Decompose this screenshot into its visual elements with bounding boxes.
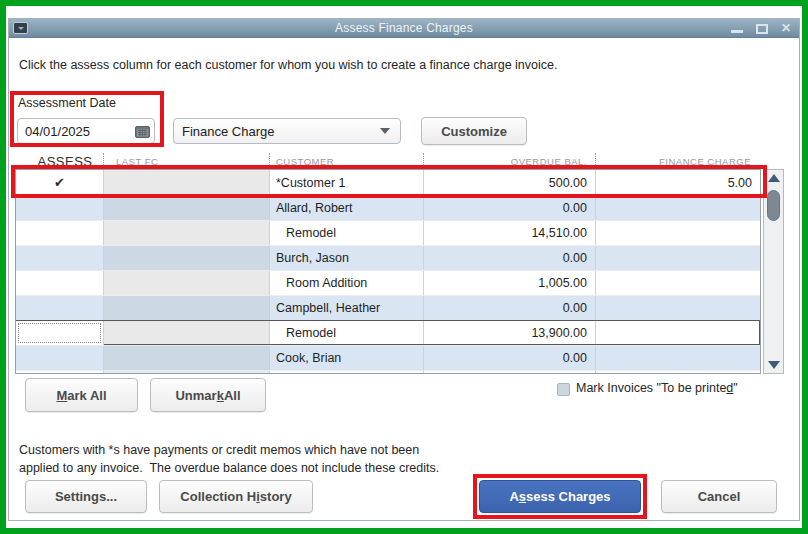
last-fc-cell (104, 346, 270, 370)
assess-cell[interactable] (16, 196, 104, 220)
instruction-text: Click the assess column for each custome… (19, 58, 557, 72)
customer-cell: Cook, Brian (270, 346, 424, 370)
mark-invoices-checkbox[interactable] (557, 383, 570, 396)
customer-cell: Room Addition (270, 271, 424, 295)
table-row[interactable]: Allard, Robert0.00 (16, 195, 760, 220)
customer-cell: *Customer 1 (270, 170, 424, 195)
customer-cell: Remodel (270, 321, 424, 345)
column-header-assess: ASSESS (15, 153, 103, 169)
overdue-balance-cell: 0.00 (424, 246, 596, 270)
unmark-all-button[interactable]: Unmark All (150, 378, 266, 412)
scroll-up-icon[interactable] (768, 174, 780, 182)
collection-history-button[interactable]: Collection History (159, 480, 313, 513)
customize-button[interactable]: Customize (421, 117, 527, 145)
cancel-button[interactable]: Cancel (661, 480, 777, 513)
overdue-balance-cell: 0.00 (424, 196, 596, 220)
table-row[interactable]: Cook, Brian0.00 (16, 345, 760, 370)
scroll-down-icon[interactable] (768, 361, 780, 369)
overdue-balance-cell: 13,900.00 (424, 321, 596, 345)
assess-cell[interactable] (16, 346, 104, 370)
charge-item-dropdown[interactable]: Finance Charge (173, 118, 401, 144)
table-row[interactable]: Room Addition1,005.00 (16, 270, 760, 295)
overdue-balance-cell: 0.00 (424, 296, 596, 320)
finance-charge-cell[interactable] (596, 271, 760, 295)
settings-button[interactable]: Settings... (25, 480, 147, 513)
empty-cell (596, 371, 760, 374)
chevron-down-icon (380, 128, 390, 134)
assessment-date-value[interactable]: 04/01/2025 (18, 124, 130, 139)
customer-table-body[interactable]: ✔*Customer 1500.005.00Allard, Robert0.00… (15, 169, 761, 374)
assessment-date-label: Assessment Date (18, 96, 116, 110)
customer-cell: Burch, Jason (270, 246, 424, 270)
customer-cell: Allard, Robert (270, 196, 424, 220)
last-fc-cell (104, 196, 270, 220)
column-header-last-fc: LAST FC (103, 153, 269, 169)
assess-cell-checked[interactable]: ✔ (16, 170, 104, 195)
last-fc-cell (104, 246, 270, 270)
assess-cell[interactable] (16, 221, 104, 245)
assessment-date-input[interactable]: 04/01/2025 (17, 118, 155, 144)
assess-cell[interactable] (16, 296, 104, 320)
finance-charge-cell[interactable] (596, 346, 760, 370)
last-fc-cell (104, 221, 270, 245)
vertical-scrollbar[interactable] (763, 169, 784, 374)
table-row[interactable]: Remodel13,900.00 (16, 320, 760, 345)
note-line-1: Customers with *s have payments or credi… (19, 443, 419, 457)
table-row[interactable]: ✔*Customer 1500.005.00 (16, 170, 760, 195)
mark-invoices-label[interactable]: Mark Invoices "To be printed" (576, 381, 738, 395)
column-header-finance-charge: FINANCE CHARGE (595, 153, 759, 169)
finance-charge-cell[interactable] (596, 246, 760, 270)
finance-charge-cell[interactable] (596, 221, 760, 245)
mark-all-button[interactable]: Mark All (25, 378, 138, 412)
close-icon[interactable]: ✕ (781, 19, 791, 38)
last-fc-cell (104, 296, 270, 320)
assess-finance-charges-dialog: Assess Finance Charges ✕ Click the asses… (8, 18, 800, 521)
customer-cell: Campbell, Heather (270, 296, 424, 320)
titlebar[interactable]: Assess Finance Charges ✕ (9, 19, 799, 38)
overdue-balance-cell: 0.00 (424, 346, 596, 370)
minimize-icon[interactable] (731, 30, 743, 33)
table-header: ASSESSLAST FCCUSTOMEROVERDUE BAL.FINANCE… (15, 153, 761, 169)
calendar-icon[interactable] (130, 119, 154, 143)
table-row[interactable]: Burch, Jason0.00 (16, 245, 760, 270)
assess-cell[interactable] (16, 246, 104, 270)
last-fc-cell (104, 170, 270, 195)
column-header-overdue-bal-: OVERDUE BAL. (423, 153, 595, 169)
window-title: Assess Finance Charges (9, 21, 799, 35)
last-fc-cell (104, 271, 270, 295)
scrollbar-thumb[interactable] (767, 190, 780, 221)
maximize-icon[interactable] (756, 24, 768, 34)
assess-cell[interactable] (16, 321, 104, 345)
table-row-empty (16, 370, 760, 374)
table-row[interactable]: Remodel14,510.00 (16, 220, 760, 245)
empty-cell (270, 371, 424, 374)
finance-charge-cell[interactable] (596, 321, 760, 345)
overdue-balance-cell: 500.00 (424, 170, 596, 195)
finance-charge-cell[interactable] (596, 296, 760, 320)
charge-item-value: Finance Charge (174, 124, 380, 139)
empty-cell (104, 371, 270, 374)
overdue-balance-cell: 1,005.00 (424, 271, 596, 295)
empty-cell (16, 371, 104, 374)
last-fc-cell (104, 321, 270, 345)
assess-charges-button[interactable]: Assess Charges (479, 480, 641, 513)
customer-cell: Remodel (270, 221, 424, 245)
empty-cell (424, 371, 596, 374)
column-header-customer: CUSTOMER (269, 153, 423, 169)
assess-cell[interactable] (16, 271, 104, 295)
table-row[interactable]: Campbell, Heather0.00 (16, 295, 760, 320)
finance-charge-cell[interactable]: 5.00 (596, 170, 760, 195)
finance-charge-cell[interactable] (596, 196, 760, 220)
overdue-balance-cell: 14,510.00 (424, 221, 596, 245)
note-line-2: applied to any invoice. The overdue bala… (19, 461, 439, 475)
